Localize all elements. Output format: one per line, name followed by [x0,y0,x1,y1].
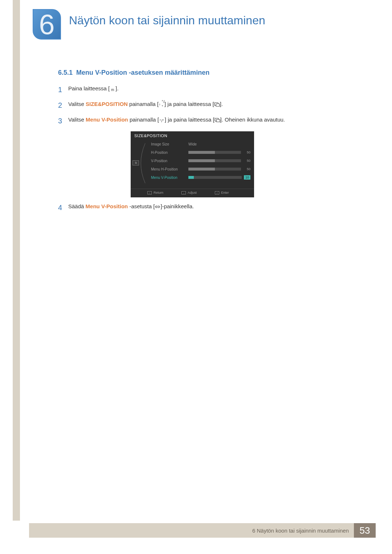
highlight: Menu V-Position [86,116,128,123]
step-3: 3 Valitse Menu V-Position painamalla [˄/… [58,116,348,126]
osd-row-menu-v-position: Menu V-Position 10 [151,175,250,180]
return-icon: ▭ [147,191,152,194]
footer-text: 6 Näytön koon tai sijainnin muuttaminen [29,523,354,538]
step-list-continued: 4 Säädä Menu V-Position -asetusta []-pai… [58,202,348,213]
step-number: 2 [58,100,68,111]
slider-selected: 10 [188,175,250,180]
osd-adjust: ◇Adjust [181,191,197,194]
slider: 50 [188,167,250,171]
osd-screenshot: SIZE&POSITION ⧉ Image Size Wide H-Positi… [131,131,254,197]
chapter-tab: 6 [33,9,61,40]
osd-row-menu-h-position: Menu H-Position 50 [151,167,250,172]
osd-return: ▭Return [147,191,163,194]
osd-rows: Image Size Wide H-Position 50 V-Position… [151,141,250,185]
osd-row-h-position: H-Position 50 [151,150,250,155]
left-stripe [13,0,20,521]
osd-body: ⧉ Image Size Wide H-Position 50 V-Positi… [131,139,254,189]
step-text: Säädä Menu V-Position -asetusta []-paini… [68,202,348,210]
left-right-icon [155,204,160,209]
osd-enter: ↵Enter [215,191,229,194]
menu-key-icon: m [110,87,115,93]
up-down-icon: ˄/˅ [159,102,164,107]
step-text: Valitse SIZE&POSITION painamalla [˄/˅] j… [68,100,348,108]
enter-key-icon [214,102,220,107]
osd-row-v-position: V-Position 50 [151,158,250,163]
highlight: Menu V-Position [86,203,128,209]
step-number: 1 [58,85,68,95]
chapter-title: Näytön koon tai sijainnin muuttaminen [69,14,265,27]
section-heading: 6.5.1Menu V-Position -asetuksen määrittä… [58,69,348,77]
svg-rect-3 [216,119,220,122]
slider: 50 [188,159,250,163]
osd-title: SIZE&POSITION [131,131,254,139]
osd-row-image-size: Image Size Wide [151,141,250,147]
page-footer: 6 Näytön koon tai sijainnin muuttaminen … [29,523,376,538]
content-area: 6.5.1Menu V-Position -asetuksen määrittä… [58,69,348,218]
chapter-number: 6 [39,10,54,38]
step-list: 1 Paina laitteessa [m]. 2 Valitse SIZE&P… [58,85,348,126]
step-1: 1 Paina laitteessa [m]. [58,85,348,95]
osd-arc: ⧉ [134,141,147,185]
step-number: 3 [58,116,68,126]
slider: 50 [188,151,250,154]
step-text: Paina laitteessa [m]. [68,85,348,93]
osd-footer: ▭Return ◇Adjust ↵Enter [131,189,254,197]
footer-page-number: 53 [354,523,376,538]
section-title: Menu V-Position -asetuksen määrittäminen [76,69,209,76]
up-down-icon: ˄/˅ [159,119,165,124]
enter-key-icon [215,118,220,123]
step-4: 4 Säädä Menu V-Position -asetusta []-pai… [58,202,348,213]
step-number: 4 [58,202,68,213]
highlight: SIZE&POSITION [86,101,128,107]
step-2: 2 Valitse SIZE&POSITION painamalla [˄/˅]… [58,100,348,111]
section-number: 6.5.1 [58,69,73,76]
adjust-icon: ◇ [181,191,186,194]
enter-icon: ↵ [215,191,219,194]
size-position-icon: ⧉ [132,160,139,165]
svg-rect-1 [216,104,220,106]
step-text: Valitse Menu V-Position painamalla [˄/˅]… [68,116,348,124]
